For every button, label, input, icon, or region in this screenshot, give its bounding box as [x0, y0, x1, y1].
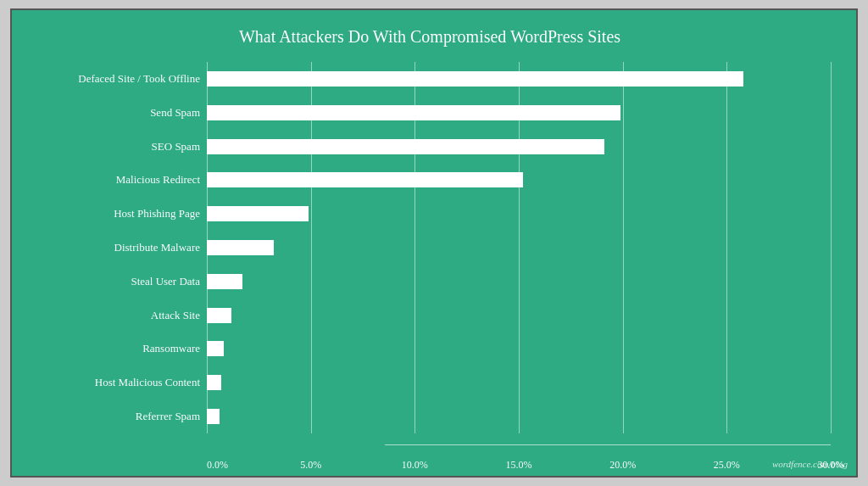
watermark: wordfence.com/blog — [772, 459, 848, 469]
x-tick-2: 10.0% — [402, 459, 428, 472]
y-label-2: SEO Spam — [29, 130, 207, 164]
grid-line-30 — [831, 62, 832, 433]
chart-body: Defaced Site / Took OfflineSend SpamSEO … — [29, 62, 831, 433]
chart-container: What Attackers Do With Compromised WordP… — [10, 8, 858, 478]
bar-9 — [207, 375, 221, 390]
y-label-8: Ransomware — [29, 332, 207, 366]
bar-8 — [207, 341, 224, 356]
y-labels: Defaced Site / Took OfflineSend SpamSEO … — [29, 62, 207, 433]
y-label-4: Host Phishing Page — [29, 197, 207, 231]
bars-area — [207, 62, 831, 433]
x-tick-3: 15.0% — [506, 459, 532, 472]
grid-line-5 — [311, 62, 312, 433]
x-tick-5: 25.0% — [714, 459, 740, 472]
grid-line-10 — [415, 62, 415, 433]
bar-7 — [207, 308, 231, 323]
y-label-7: Attack Site — [29, 299, 207, 332]
x-tick-4: 20.0% — [609, 459, 636, 472]
grid-line-15 — [519, 62, 520, 433]
grid-line-20 — [623, 62, 624, 433]
x-tick-0: 0.0% — [207, 459, 228, 472]
bar-1 — [207, 105, 620, 120]
bar-2 — [207, 139, 604, 154]
chart-title: What Attackers Do With Compromised WordP… — [29, 27, 831, 47]
bar-10 — [207, 409, 220, 424]
y-label-10: Referrer Spam — [29, 399, 207, 433]
x-tick-1: 5.0% — [300, 459, 321, 472]
bar-6 — [207, 274, 242, 289]
bar-4 — [207, 206, 309, 221]
x-axis-line — [385, 444, 831, 445]
grid-line-25 — [726, 62, 727, 433]
y-label-1: Send Spam — [29, 96, 207, 130]
grid-line-0 — [207, 62, 208, 433]
y-label-9: Host Malicious Content — [29, 366, 207, 399]
y-label-5: Distribute Malware — [29, 231, 207, 265]
bar-0 — [207, 71, 743, 87]
y-label-3: Malicious Redirect — [29, 163, 207, 197]
bar-5 — [207, 240, 274, 255]
y-label-6: Steal User Data — [29, 265, 207, 299]
bar-3 — [207, 172, 523, 187]
y-label-0: Defaced Site / Took Offline — [29, 62, 207, 96]
